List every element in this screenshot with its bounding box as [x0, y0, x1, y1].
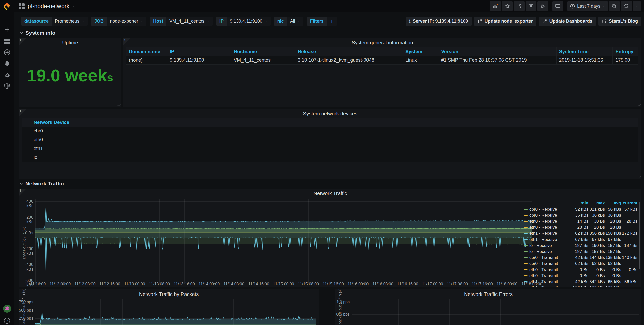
column-header[interactable]: System Time [557, 47, 613, 56]
series-color-swatch[interactable] [524, 263, 528, 264]
time-range-picker[interactable]: Last 7 days [567, 1, 608, 11]
legend-column-current[interactable]: current [621, 201, 637, 206]
series-color-swatch[interactable] [524, 269, 528, 270]
create-icon[interactable] [0, 25, 14, 35]
column-header[interactable]: Entropy [613, 47, 638, 56]
star-button[interactable] [502, 1, 513, 11]
filter-ip[interactable]: IP9.139.4.11:9100 [216, 17, 271, 26]
share-button[interactable] [514, 1, 525, 11]
filter-job[interactable]: JOBnode-exporter [91, 17, 146, 26]
legend-row[interactable]: eth1 - Receive67 kBs67 kBs67 kBs [523, 237, 637, 243]
series-name[interactable]: eth1 - Receive [529, 237, 572, 242]
user-avatar[interactable] [0, 304, 14, 314]
filter-filters[interactable]: Filters+ [307, 17, 337, 26]
legend-row[interactable]: eth0 - Transmit0 Bs0 Bs0 Bs0 Bs [523, 267, 637, 273]
legend-row[interactable]: lo - Receive187 Bs187 Bs187 Bs [523, 249, 637, 255]
save-button[interactable] [526, 1, 536, 11]
column-header[interactable]: Network Device [22, 118, 638, 127]
legend-column-avg[interactable]: avg [605, 201, 621, 206]
series-name[interactable]: lo - Receive [529, 249, 572, 254]
configuration-gear-icon[interactable] [0, 70, 14, 80]
series-color-swatch[interactable] [524, 275, 528, 276]
series-color-swatch[interactable] [524, 215, 528, 216]
column-header[interactable]: Version [439, 47, 557, 56]
section-network-traffic[interactable]: Network Traffic [19, 181, 64, 187]
series-name[interactable]: cbr0 - Receive [529, 207, 572, 212]
series-name[interactable]: eth1 - Transmit [529, 285, 572, 287]
filter-value-dropdown[interactable]: Prometheus [52, 17, 88, 26]
dashboard-settings-button[interactable] [537, 1, 548, 11]
series-name[interactable]: lo - Receive [529, 243, 572, 248]
column-header[interactable]: IP [167, 47, 231, 56]
tv-mode-button[interactable] [552, 1, 563, 11]
dashboards-icon[interactable] [0, 36, 14, 46]
series-color-swatch[interactable] [524, 257, 528, 258]
filter-nic[interactable]: nicAll [274, 17, 303, 26]
dashboard-link[interactable]: iServer IP: 9.139.4.11:9100 [406, 17, 471, 26]
legend-row[interactable]: cbr0 - Transmit62 kBs62 kBs62 kBs [523, 261, 637, 267]
packets-chart[interactable] [19, 289, 319, 325]
help-icon[interactable]: ? [0, 316, 14, 325]
panel-resize-handle[interactable] [637, 104, 641, 106]
series-name[interactable]: eth1 - Transmit [529, 279, 572, 284]
series-name[interactable]: eth0 - Transmit [529, 273, 572, 278]
filter-datasource[interactable]: datasourcePrometheus [21, 17, 88, 26]
legend-row[interactable]: eth0 - Receive28 Bs28 Bs28 Bs [523, 224, 637, 230]
legend-column-max[interactable]: max [588, 201, 605, 206]
alerting-bell-icon[interactable] [0, 58, 14, 69]
column-header[interactable]: Domain name [126, 47, 167, 56]
explore-compass-icon[interactable] [0, 47, 14, 57]
filter-value-dropdown[interactable]: 9.139.4.11:9100 [227, 17, 271, 26]
legend-row[interactable]: eth1 - Transmit42 kBs542 kBs65 kBs56 kBs [523, 279, 637, 285]
errors-chart[interactable] [335, 289, 641, 325]
panel-resize-handle[interactable] [637, 176, 641, 178]
series-color-swatch[interactable] [524, 233, 528, 234]
dashboard-link[interactable]: Update Dashboards [539, 17, 596, 26]
series-name[interactable]: eth0 - Receive [529, 219, 572, 224]
legend-row[interactable]: eth1 - Transmit170 kBs170 kBs170 kBs [523, 285, 637, 287]
column-header[interactable]: Hostname [231, 47, 295, 56]
legend-column-min[interactable]: min [572, 201, 588, 206]
legend-row[interactable]: eth0 - Receive14 Bs30 Bs28 Bs28 Bs [523, 218, 637, 224]
legend-row[interactable]: cbr0 - Transmit42 kBs144 kBs135 kBs140 k… [523, 255, 637, 261]
legend-row[interactable]: lo - Receive187 Bs190 Bs187 Bs187 Bs [523, 243, 637, 249]
filter-host[interactable]: HostVM_4_11_centos [150, 17, 213, 26]
series-name[interactable]: cbr0 - Transmit [529, 261, 572, 266]
column-header[interactable]: System [403, 47, 439, 56]
filter-value-dropdown[interactable]: VM_4_11_centos [166, 17, 213, 26]
dashboard-title-group[interactable]: pl-node-network [14, 3, 75, 10]
series-color-swatch[interactable] [524, 239, 528, 240]
series-name[interactable]: cbr0 - Receive [529, 213, 572, 218]
refresh-button[interactable] [621, 1, 632, 11]
add-filter-button[interactable]: + [327, 17, 337, 26]
series-name[interactable]: cbr0 - Transmit [529, 255, 572, 260]
legend-row[interactable]: cbr0 - Receive36 kBs36 kBs36 kBs [523, 212, 637, 218]
series-name[interactable]: eth0 - Transmit [529, 267, 572, 272]
system-info-panel-title[interactable]: System general information [123, 40, 641, 46]
dashboard-link[interactable]: Update node_exporter [474, 17, 536, 26]
dashboard-link[interactable]: StarsL's Blog [598, 17, 641, 26]
legend-row[interactable]: cbr0 - Receive52 kBs321 kBs56 kBs57 kBs [523, 206, 637, 212]
legend-row[interactable]: eth1 - Receive62 kBs356 kBs158 kBs172 kB… [523, 230, 637, 237]
series-color-swatch[interactable] [524, 251, 528, 252]
series-name[interactable]: eth0 - Receive [529, 225, 572, 230]
refresh-interval-dropdown[interactable] [633, 1, 641, 11]
series-color-swatch[interactable] [524, 281, 528, 282]
series-color-swatch[interactable] [524, 221, 528, 222]
filter-value-dropdown[interactable]: node-exporter [107, 17, 146, 26]
column-header[interactable]: Release [295, 47, 403, 56]
panel-resize-handle[interactable] [117, 104, 121, 106]
uptime-panel-title[interactable]: Uptime [19, 40, 121, 46]
section-system-info[interactable]: System info [19, 30, 55, 36]
series-color-swatch[interactable] [524, 209, 528, 210]
add-panel-button[interactable] [490, 1, 501, 11]
grafana-logo-icon[interactable] [0, 2, 14, 12]
legend-row[interactable]: eth0 - Transmit0 Bs0 Bs0 Bs [523, 273, 637, 279]
series-color-swatch[interactable] [524, 245, 528, 246]
server-admin-shield-icon[interactable] [0, 81, 14, 91]
zoom-out-time-button[interactable] [609, 1, 620, 11]
series-name[interactable]: eth1 - Receive [529, 231, 572, 236]
dashboard-title[interactable]: pl-node-network [28, 3, 69, 10]
legend-scrollbar[interactable] [639, 202, 640, 269]
series-color-swatch[interactable] [524, 227, 528, 228]
